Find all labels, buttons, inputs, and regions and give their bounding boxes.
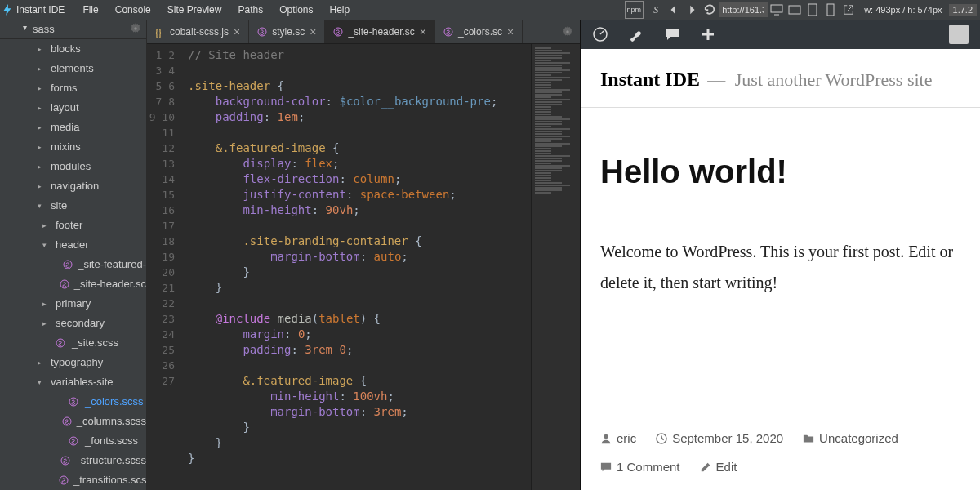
sass-file-icon — [63, 260, 73, 270]
tree-item[interactable]: ▸mixins — [0, 137, 146, 157]
open-external-icon[interactable] — [840, 1, 858, 19]
tab[interactable]: style.sc× — [249, 20, 325, 43]
tree-item[interactable]: ▸media — [0, 118, 146, 137]
close-icon[interactable]: × — [507, 25, 514, 38]
chevron-icon: ▸ — [38, 354, 47, 371]
tree-item[interactable]: _site-featured- — [0, 255, 146, 274]
npm-icon[interactable]: npm — [625, 1, 644, 19]
chevron-icon: ▸ — [38, 158, 47, 175]
tree-item[interactable]: _columns.scss — [0, 412, 146, 431]
close-icon[interactable]: × — [310, 25, 316, 38]
comments-icon[interactable] — [664, 26, 680, 42]
chevron-icon: ▾ — [42, 237, 52, 253]
tree-item[interactable]: ▸forms — [0, 78, 146, 98]
tree-item[interactable]: ▾variables-site — [0, 372, 146, 392]
add-new-icon[interactable] — [700, 26, 716, 42]
sidebar-root[interactable]: ▾ sass — [0, 20, 146, 39]
meta-author[interactable]: eric — [600, 431, 636, 445]
tab-label: cobalt-scss.js — [170, 26, 229, 38]
customize-icon[interactable] — [628, 26, 644, 42]
device-tablet-landscape-icon[interactable] — [786, 1, 804, 19]
tree-item[interactable]: ▸elements — [0, 59, 146, 78]
tree-item-label: _columns.scss — [77, 413, 146, 430]
svg-rect-0 — [771, 5, 782, 12]
app-name: Instant IDE — [16, 4, 65, 16]
meta-comments[interactable]: 1 Comment — [600, 460, 680, 474]
editor: {}cobalt-scss.js×style.sc×_site-header.s… — [147, 20, 580, 490]
tab[interactable]: _site-header.sc× — [325, 20, 435, 43]
sidebar-root-label: sass — [33, 23, 55, 35]
refresh-icon[interactable] — [701, 1, 719, 19]
sidebar: ▾ sass ▸blocks▸elements▸forms▸layout▸med… — [0, 20, 147, 490]
tree-item[interactable]: _site.scss — [0, 333, 146, 353]
tab[interactable]: {}cobalt-scss.js× — [147, 20, 249, 43]
lightning-icon — [3, 4, 11, 16]
tree-item[interactable]: _structure.scss — [0, 451, 146, 470]
tree-item[interactable]: _fonts.scss — [0, 431, 146, 451]
menu-site-preview[interactable]: Site Preview — [159, 4, 230, 16]
menu-help[interactable]: Help — [322, 4, 359, 16]
code-area[interactable]: 1 2 3 4 5 6 7 8 9 10 11 12 13 14 15 16 1… — [147, 44, 580, 490]
version-badge: 1.7.2 — [949, 4, 977, 16]
tree-item[interactable]: _transitions.scss — [0, 470, 146, 490]
tree-item[interactable]: ▸modules — [0, 157, 146, 176]
tree-item[interactable]: _colors.scss — [0, 392, 146, 412]
meta-date-label: September 15, 2020 — [672, 431, 783, 445]
sass-file-icon — [69, 436, 80, 446]
tree-item[interactable]: ▾header — [0, 235, 146, 255]
tree-item-label: _transitions.scss — [74, 472, 146, 488]
tree-item[interactable]: _site-header.sc — [0, 274, 146, 294]
site-title[interactable]: Instant IDE — [600, 69, 700, 90]
device-phone-icon[interactable] — [822, 1, 840, 19]
nav-forward-icon[interactable] — [683, 1, 701, 19]
close-icon[interactable]: × — [420, 25, 426, 38]
preview-toolbar — [581, 20, 980, 49]
tree-item[interactable]: ▾site — [0, 196, 146, 216]
tree-item-label: mixins — [51, 139, 81, 155]
tree-item-label: _fonts.scss — [85, 433, 138, 449]
tab[interactable]: _colors.sc× — [435, 20, 523, 43]
gear-icon[interactable] — [555, 20, 580, 43]
gear-icon[interactable] — [130, 23, 141, 34]
tree-item[interactable]: ▸typography — [0, 353, 146, 372]
tree-item-label: _site-featured- — [78, 256, 146, 273]
code-content[interactable]: // Site header .site-header { background… — [183, 44, 531, 490]
avatar[interactable] — [949, 24, 969, 44]
device-desktop-icon[interactable] — [768, 1, 786, 19]
device-tablet-portrait-icon[interactable] — [804, 1, 822, 19]
chevron-icon: ▸ — [42, 315, 52, 332]
preview-site-header: Instant IDE — Just another WordPress sit… — [581, 49, 980, 108]
tree-item-label: _colors.scss — [85, 394, 144, 410]
chevron-icon: ▸ — [42, 296, 52, 312]
chevron-icon: ▸ — [38, 139, 47, 155]
svg-rect-2 — [808, 4, 817, 16]
meta-date[interactable]: September 15, 2020 — [656, 431, 783, 445]
tree-item[interactable]: ▸blocks — [0, 39, 146, 59]
tree-item[interactable]: ▸secondary — [0, 314, 146, 333]
menu-console[interactable]: Console — [107, 4, 159, 16]
minimap[interactable] — [531, 44, 580, 490]
tree-item-label: modules — [51, 158, 91, 175]
url-input[interactable] — [719, 2, 768, 17]
meta-comments-label: 1 Comment — [617, 460, 680, 474]
menu-file[interactable]: File — [74, 4, 106, 16]
menu-paths[interactable]: Paths — [229, 4, 271, 16]
file-tree[interactable]: ▸blocks▸elements▸forms▸layout▸media▸mixi… — [0, 39, 146, 490]
tree-item[interactable]: ▸navigation — [0, 176, 146, 196]
tree-item-label: forms — [51, 80, 78, 96]
tree-item[interactable]: ▸primary — [0, 294, 146, 314]
nav-back-icon[interactable] — [665, 1, 683, 19]
post-title[interactable]: Hello world! — [600, 154, 960, 190]
preview-body: Hello world! Welcome to WordPress. This … — [581, 108, 980, 431]
dashboard-icon[interactable] — [592, 26, 608, 42]
close-icon[interactable]: × — [234, 25, 240, 38]
pencil-icon — [700, 461, 711, 473]
chevron-icon: ▸ — [38, 80, 47, 96]
meta-category[interactable]: Uncategorized — [803, 431, 898, 445]
menu-options[interactable]: Options — [271, 4, 321, 16]
post-meta: eric September 15, 2020 Uncategorized 1 … — [581, 431, 980, 490]
meta-edit[interactable]: Edit — [700, 460, 737, 474]
tree-item[interactable]: ▸layout — [0, 98, 146, 118]
tree-item[interactable]: ▸footer — [0, 216, 146, 235]
brand: Instant IDE — [3, 4, 65, 16]
